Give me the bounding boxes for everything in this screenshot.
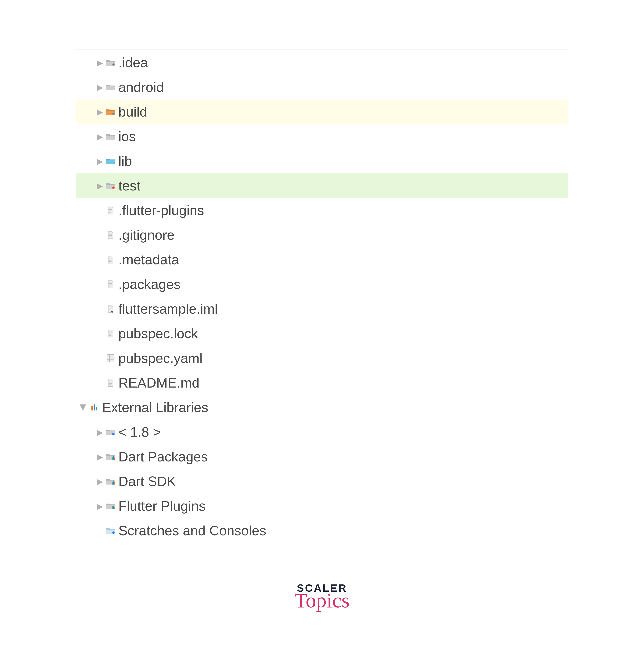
svg-rect-32: [113, 456, 114, 460]
folder-gray-icon: [106, 132, 116, 141]
svg-rect-29: [96, 407, 97, 410]
project-tree-panel: ▶.idea▶android▶build▶ios▶lib▶test.flutte…: [76, 49, 568, 544]
tree-item-label: .gitignore: [118, 227, 174, 243]
svg-rect-24: [109, 382, 112, 382]
lib-folder-icon: [106, 477, 116, 485]
svg-rect-12: [109, 283, 112, 284]
svg-rect-6: [109, 234, 112, 235]
file-icon: [106, 329, 116, 337]
tree-item-label: ios: [118, 129, 136, 144]
svg-rect-27: [91, 406, 93, 410]
tree-row[interactable]: ▶android: [76, 75, 568, 99]
file-dot-icon: [106, 305, 116, 313]
tree-item-label: README.md: [118, 375, 199, 391]
svg-point-40: [112, 531, 114, 534]
expand-arrow-icon[interactable]: ▶: [94, 477, 106, 486]
tree-item-label: Flutter Plugins: [118, 498, 206, 514]
tree-row[interactable]: ▶Flutter Plugins: [76, 494, 568, 518]
tree-item-label: .metadata: [118, 252, 179, 267]
tree-row[interactable]: ▶External Libraries: [76, 395, 568, 420]
lib-folder-icon: [106, 502, 116, 510]
expand-arrow-icon[interactable]: ▶: [94, 452, 106, 461]
tree-item-label: pubspec.yaml: [118, 350, 203, 366]
tree-item-label: test: [118, 178, 141, 193]
svg-rect-28: [94, 405, 95, 410]
svg-rect-34: [112, 482, 112, 484]
tree-row[interactable]: ▶Dart SDK: [76, 469, 568, 494]
expand-arrow-icon[interactable]: ▶: [94, 132, 106, 141]
svg-rect-5: [109, 212, 111, 213]
svg-rect-31: [112, 457, 112, 460]
expand-arrow-icon[interactable]: ▶: [94, 82, 106, 92]
svg-rect-33: [114, 457, 115, 460]
folder-orange-icon: [106, 108, 116, 116]
tree-item-label: build: [118, 104, 147, 120]
folder-blue-dot-icon: [106, 527, 116, 535]
tree-row[interactable]: README.md: [76, 371, 568, 395]
svg-point-0: [112, 63, 114, 66]
file-grid-icon: [106, 354, 116, 362]
tree-row[interactable]: ▶build: [76, 99, 568, 124]
expand-arrow-icon[interactable]: ▶: [94, 501, 106, 511]
expand-arrow-icon[interactable]: ▶: [79, 402, 88, 413]
file-icon: [106, 280, 116, 288]
svg-rect-26: [109, 385, 111, 385]
file-icon: [106, 231, 116, 239]
folder-dot-icon: [106, 182, 116, 190]
expand-arrow-icon[interactable]: ▶: [94, 107, 106, 117]
svg-rect-3: [109, 209, 112, 210]
tree-row[interactable]: .gitignore: [76, 223, 568, 247]
tree-item-label: Scratches and Consoles: [118, 523, 266, 538]
tree-row[interactable]: pubspec.lock: [76, 321, 568, 346]
tree-item-label: < 1.8 >: [118, 424, 161, 440]
tree-row[interactable]: .metadata: [76, 247, 568, 272]
expand-arrow-icon[interactable]: ▶: [94, 427, 106, 437]
file-icon: [106, 256, 116, 264]
expand-arrow-icon[interactable]: ▶: [94, 156, 106, 166]
tree-item-label: Dart SDK: [118, 473, 176, 489]
svg-rect-11: [109, 261, 111, 262]
svg-rect-37: [112, 506, 112, 509]
file-icon: [106, 206, 116, 214]
tree-row[interactable]: ▶< 1.8 >: [76, 420, 568, 444]
tree-item-label: External Libraries: [102, 400, 208, 415]
folder-gray-icon: [106, 83, 116, 91]
tree-row[interactable]: ▶ios: [76, 124, 568, 149]
folder-blue-icon: [106, 157, 116, 165]
svg-rect-16: [109, 333, 112, 333]
tree-item-label: .idea: [118, 55, 148, 70]
tree-item-label: fluttersample.iml: [118, 301, 218, 317]
tree-item-label: lib: [118, 153, 132, 169]
svg-rect-9: [109, 259, 112, 259]
tree-item-label: .packages: [118, 276, 181, 292]
expand-arrow-icon[interactable]: ▶: [94, 58, 106, 68]
tree-row[interactable]: ▶lib: [76, 149, 568, 173]
tree-row[interactable]: ▶test: [76, 173, 568, 198]
svg-rect-8: [109, 237, 111, 237]
brand-line-2: Topics: [294, 588, 350, 612]
folder-cog-icon: [106, 59, 116, 67]
tree-item-label: Dart Packages: [118, 449, 208, 465]
file-icon: [106, 379, 116, 387]
tree-row[interactable]: .packages: [76, 272, 568, 297]
lib-bars-icon: [89, 404, 99, 411]
svg-rect-35: [113, 481, 114, 484]
svg-rect-18: [109, 335, 111, 336]
tree-row[interactable]: .flutter-plugins: [76, 198, 568, 223]
svg-rect-19: [107, 355, 114, 362]
tree-row[interactable]: ▶.idea: [76, 50, 568, 75]
svg-rect-39: [114, 507, 115, 509]
svg-rect-17: [109, 334, 112, 335]
tree-item-label: .flutter-plugins: [118, 203, 204, 218]
svg-rect-13: [109, 285, 112, 285]
expand-arrow-icon[interactable]: ▶: [94, 181, 106, 191]
svg-point-15: [111, 311, 113, 313]
tree-row[interactable]: ▶Dart Packages: [76, 444, 568, 469]
svg-rect-14: [109, 286, 111, 287]
svg-point-1: [112, 112, 114, 115]
tree-row[interactable]: Scratches and Consoles: [76, 518, 568, 543]
svg-rect-38: [113, 506, 114, 509]
tree-row[interactable]: fluttersample.iml: [76, 297, 568, 321]
lib-folder-icon: [106, 453, 116, 461]
tree-row[interactable]: pubspec.yaml: [76, 346, 568, 371]
